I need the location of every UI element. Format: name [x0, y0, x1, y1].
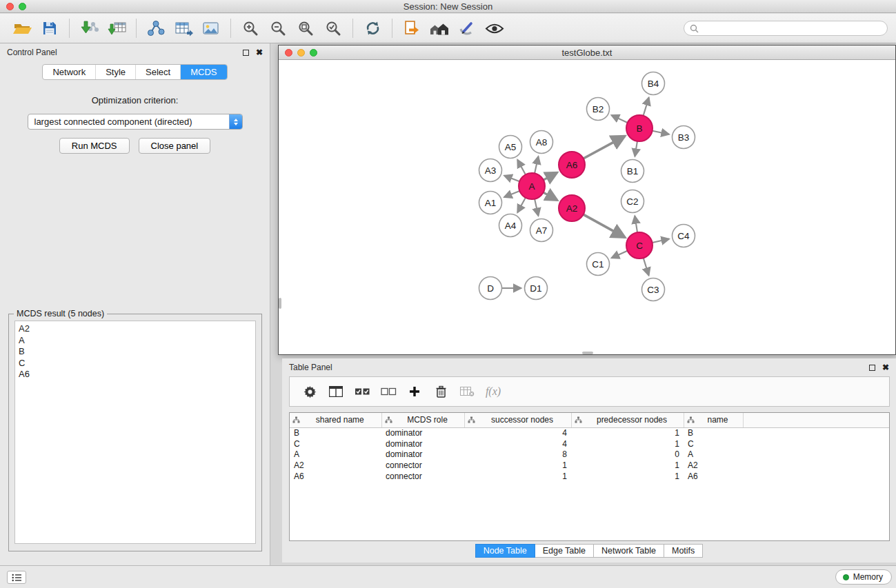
column-header[interactable]: successor nodes: [464, 413, 571, 427]
zoom-out-button[interactable]: [266, 16, 290, 41]
tab-style[interactable]: Style: [95, 65, 135, 79]
select-all-button[interactable]: [349, 386, 375, 397]
float-table-panel-icon[interactable]: [869, 365, 875, 371]
network-canvas[interactable]: B4B2BB3A5A8A6B1A3AC2A1A2A4A7C4CC1C3DD1: [279, 60, 895, 354]
open-session-button[interactable]: [10, 16, 34, 41]
tab-edge-table[interactable]: Edge Table: [535, 544, 594, 558]
float-panel-icon[interactable]: [243, 50, 249, 56]
graph-edge[interactable]: [584, 136, 625, 159]
table-row[interactable]: Cdominator41C: [290, 438, 889, 449]
search-input[interactable]: [702, 23, 882, 33]
graph-edge[interactable]: [584, 214, 625, 237]
graph-edge[interactable]: [611, 115, 627, 123]
close-panel-icon[interactable]: ✖: [256, 50, 263, 56]
graph-edge[interactable]: [535, 156, 538, 173]
zoom-in-button[interactable]: [238, 16, 263, 41]
tab-network[interactable]: Network: [43, 65, 95, 79]
table-panel-tabs: Node TableEdge TableNetwork TableMotifs: [282, 544, 896, 558]
run-mcds-button[interactable]: Run MCDS: [59, 138, 130, 154]
graph-edge[interactable]: [544, 192, 557, 200]
import-network-button[interactable]: [77, 16, 101, 41]
table-row[interactable]: Adominator80A: [290, 449, 889, 460]
graph-node-label: B2: [593, 104, 604, 114]
show-hide-button[interactable]: [482, 16, 507, 41]
deselect-all-button[interactable]: [375, 386, 401, 397]
application-window: Session: New Session: [0, 0, 896, 588]
graph-edge[interactable]: [504, 191, 519, 197]
export-table-button[interactable]: [171, 16, 196, 41]
open-document-button[interactable]: [399, 16, 424, 41]
graph-edge[interactable]: [517, 198, 526, 212]
graph-edge[interactable]: [644, 98, 649, 116]
function-builder-button[interactable]: f(x): [480, 385, 506, 398]
add-row-button[interactable]: [401, 386, 428, 397]
mcds-result-item[interactable]: A6: [19, 369, 252, 381]
column-header[interactable]: shared name: [290, 413, 381, 427]
graph-edge[interactable]: [612, 251, 628, 258]
horizontal-scrollbar-thumb[interactable]: [582, 352, 593, 354]
column-selector-button[interactable]: [323, 386, 349, 397]
delete-table-button[interactable]: [454, 387, 480, 397]
export-image-button[interactable]: [199, 16, 223, 41]
mcds-result-item[interactable]: B: [19, 346, 252, 358]
network-canvas-svg: B4B2BB3A5A8A6B1A3AC2A1A2A4A7C4CC1C3DD1: [279, 60, 895, 354]
node-table[interactable]: shared nameMCDS rolesuccessor nodesprede…: [289, 412, 890, 541]
tab-motifs[interactable]: Motifs: [664, 544, 703, 558]
graph-node-label: C1: [592, 259, 604, 270]
delete-rows-button[interactable]: [428, 385, 454, 398]
save-session-button[interactable]: [37, 16, 62, 41]
export-network-icon: [147, 20, 165, 37]
graph-edge[interactable]: [544, 172, 557, 180]
close-table-panel-icon[interactable]: ✖: [882, 365, 889, 371]
mcds-result-item[interactable]: A: [19, 335, 252, 347]
zoom-network-window-button[interactable]: [310, 49, 317, 57]
tab-node-table[interactable]: Node Table: [475, 544, 535, 558]
pencil-icon: [458, 20, 476, 37]
close-network-window-button[interactable]: [285, 49, 292, 57]
tab-mcds[interactable]: MCDS: [180, 65, 226, 79]
vertical-scrollbar-thumb[interactable]: [279, 298, 281, 309]
table-row[interactable]: Bdominator41B: [290, 427, 889, 438]
graph-edge[interactable]: [644, 258, 649, 275]
table-row[interactable]: A2connector11A2: [290, 460, 889, 471]
mcds-result-item[interactable]: C: [19, 358, 252, 369]
graph-edge[interactable]: [653, 131, 669, 134]
titlebar[interactable]: Session: New Session: [0, 0, 896, 13]
zoom-window-button[interactable]: [19, 3, 26, 10]
refresh-button[interactable]: [360, 16, 385, 41]
memory-button[interactable]: Memory: [835, 569, 892, 585]
graph-edge[interactable]: [653, 239, 669, 243]
zoom-out-icon: [270, 20, 287, 37]
export-network-button[interactable]: [143, 16, 168, 41]
table-settings-button[interactable]: [297, 385, 323, 398]
graph-edge[interactable]: [517, 160, 526, 174]
zoom-selected-button[interactable]: [321, 16, 346, 41]
table-row[interactable]: A6connector11A6: [290, 471, 889, 482]
graph-edge[interactable]: [535, 199, 538, 216]
graph-edge[interactable]: [504, 176, 519, 182]
criterion-select[interactable]: largest connected component (directed): [28, 114, 243, 130]
mcds-result-item[interactable]: A2: [19, 323, 252, 335]
home-button[interactable]: [427, 16, 452, 41]
close-panel-button[interactable]: Close panel: [139, 138, 211, 154]
graph-edge[interactable]: [635, 216, 637, 232]
mcds-result-list[interactable]: A2ABCA6: [14, 321, 256, 544]
tab-network-table[interactable]: Network Table: [594, 544, 664, 558]
column-header[interactable]: name: [684, 413, 743, 427]
close-window-button[interactable]: [6, 3, 14, 10]
column-header[interactable]: predecessor nodes: [571, 413, 684, 427]
export-image-icon: [202, 21, 220, 37]
import-table-button[interactable]: [104, 16, 129, 41]
search-box[interactable]: [684, 21, 888, 36]
column-header[interactable]: MCDS role: [381, 413, 464, 427]
annotate-button[interactable]: [455, 16, 479, 41]
task-history-button[interactable]: [7, 571, 26, 584]
table-panel-header: Table Panel ✖: [282, 358, 896, 374]
graph-edge[interactable]: [635, 141, 637, 156]
zoom-fit-button[interactable]: [293, 16, 318, 41]
search-icon: [690, 24, 699, 33]
minimize-network-window-button[interactable]: [297, 49, 305, 57]
gear-icon: [303, 385, 317, 398]
tab-select[interactable]: Select: [135, 65, 180, 79]
network-window-titlebar[interactable]: testGlobe.txt: [279, 45, 895, 60]
